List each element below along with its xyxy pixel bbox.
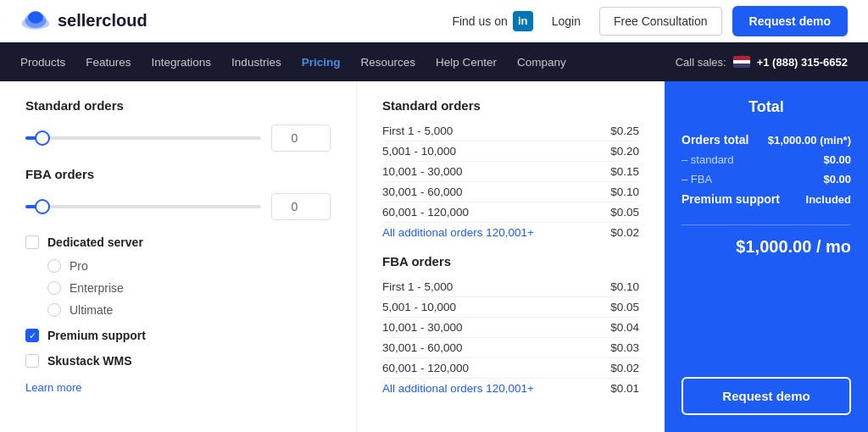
orders-total-row: Orders total $1,000.00 (min*) (682, 133, 851, 147)
standard-orders-group: Standard orders (25, 98, 331, 152)
skustack-wms-checkbox[interactable] (25, 354, 39, 368)
premium-support-row: Premium support (25, 329, 331, 342)
price-amount: $0.02 (610, 226, 639, 239)
nav-company[interactable]: Company (517, 56, 566, 69)
price-range: First 1 - 5,000 (382, 125, 453, 137)
standard-orders-input[interactable] (271, 125, 331, 152)
fba-orders-slider-row (25, 193, 331, 220)
price-amount: $0.05 (610, 301, 639, 313)
server-options: Pro Enterprise Ultimate (47, 259, 331, 317)
price-row: 60,001 - 120,000 $0.05 (382, 202, 639, 223)
premium-support-checkbox[interactable] (25, 329, 39, 342)
fba-total-value: $0.00 (823, 173, 851, 186)
nav-bar: Products Features Integrations Industrie… (0, 42, 868, 81)
nav-features[interactable]: Features (86, 56, 131, 69)
price-row: First 1 - 5,000 $0.10 (382, 277, 639, 297)
price-range-link-fba[interactable]: All additional orders 120,001+ (382, 382, 534, 395)
standard-total-row: – standard $0.00 (682, 153, 851, 166)
premium-support-total-row: Premium support Included (682, 192, 851, 206)
price-range-link[interactable]: All additional orders 120,001+ (382, 226, 534, 239)
find-us-label: Find us on (452, 14, 507, 28)
linkedin-icon[interactable]: in (513, 11, 533, 31)
orders-total-label: Orders total (682, 133, 748, 147)
skustack-wms-row: Skustack WMS (25, 354, 331, 368)
nav-links: Products Features Integrations Industrie… (20, 56, 566, 69)
price-row-additional-fba: All additional orders 120,001+ $0.01 (382, 379, 639, 398)
price-range: 30,001 - 60,000 (382, 341, 463, 354)
nav-resources[interactable]: Resources (360, 56, 415, 69)
radio-pro[interactable] (47, 259, 61, 273)
price-range: 60,001 - 120,000 (382, 206, 469, 219)
price-row: 60,001 - 120,000 $0.02 (382, 358, 639, 379)
grand-total: $1,000.00 / mo (682, 237, 851, 257)
logo-area: sellercloud (20, 9, 147, 33)
radio-enterprise[interactable] (47, 281, 61, 295)
price-range: 60,001 - 120,000 (382, 362, 469, 374)
request-demo-button[interactable]: Request demo (732, 6, 848, 36)
top-right-actions: Find us on in Login Free Consultation Re… (452, 6, 848, 36)
price-amount: $0.03 (610, 341, 639, 354)
price-range: First 1 - 5,000 (382, 280, 453, 293)
price-row-additional-standard: All additional orders 120,001+ $0.02 (382, 223, 639, 242)
dedicated-server-label: Dedicated server (47, 235, 143, 249)
fba-orders-input[interactable] (271, 193, 331, 220)
total-title: Total (682, 98, 851, 116)
radio-enterprise-row: Enterprise (47, 281, 331, 295)
price-amount: $0.25 (610, 125, 639, 137)
price-row: 30,001 - 60,000 $0.03 (382, 338, 639, 358)
logo-icon (20, 9, 51, 33)
main-content: Standard orders FBA orders (0, 81, 868, 432)
spacer (682, 262, 851, 377)
standard-total-label: – standard (682, 153, 733, 166)
login-button[interactable]: Login (543, 9, 589, 33)
price-amount: $0.02 (610, 362, 639, 374)
nav-products[interactable]: Products (20, 56, 65, 69)
standard-orders-slider-row (25, 125, 331, 152)
orders-total-value: $1,000.00 (min*) (768, 134, 851, 147)
slider-track-fba (25, 205, 261, 208)
premium-support-total-label: Premium support (682, 192, 780, 206)
right-panel: Total Orders total $1,000.00 (min*) – st… (665, 81, 868, 432)
divider (682, 224, 851, 225)
nav-pricing[interactable]: Pricing (302, 56, 341, 69)
standard-orders-pricing-title: Standard orders (382, 98, 639, 113)
fba-total-row: – FBA $0.00 (682, 173, 851, 186)
standard-orders-title: Standard orders (25, 98, 331, 113)
fba-orders-group: FBA orders (25, 167, 331, 220)
slider-thumb-fba (35, 199, 50, 214)
price-amount: $0.05 (610, 206, 639, 219)
nav-integrations[interactable]: Integrations (152, 56, 212, 69)
price-range: 10,001 - 30,000 (382, 321, 463, 334)
learn-more-link[interactable]: Learn more (25, 381, 81, 394)
nav-contact: Call sales: +1 (888) 315-6652 (676, 56, 848, 69)
price-range: 10,001 - 30,000 (382, 165, 463, 178)
price-amount: $0.01 (610, 382, 639, 395)
radio-ultimate-row: Ultimate (47, 303, 331, 317)
slider-track (25, 136, 261, 140)
price-row: 5,001 - 10,000 $0.20 (382, 141, 639, 162)
standard-total-value: $0.00 (823, 153, 851, 166)
price-row: 5,001 - 10,000 $0.05 (382, 297, 639, 318)
standard-orders-price-table: First 1 - 5,000 $0.25 5,001 - 10,000 $0.… (382, 121, 639, 242)
price-amount: $0.20 (610, 145, 639, 158)
left-panel: Standard orders FBA orders (0, 81, 356, 432)
radio-ultimate[interactable] (47, 303, 61, 317)
free-consultation-button[interactable]: Free Consultation (599, 7, 722, 36)
svg-point-2 (28, 11, 43, 23)
find-us-area: Find us on in (452, 11, 532, 31)
top-bar: sellercloud Find us on in Login Free Con… (0, 0, 868, 42)
call-sales-label: Call sales: (676, 56, 726, 69)
dedicated-server-checkbox[interactable] (25, 235, 39, 249)
radio-ultimate-label: Ultimate (70, 303, 113, 317)
price-amount: $0.10 (610, 186, 639, 198)
standard-orders-slider[interactable] (25, 130, 261, 147)
fba-orders-title: FBA orders (25, 167, 331, 181)
nav-help-center[interactable]: Help Center (436, 56, 497, 69)
fba-orders-pricing-title: FBA orders (382, 254, 639, 269)
logo-text: sellercloud (58, 11, 147, 30)
premium-support-label: Premium support (47, 329, 146, 342)
fba-orders-slider[interactable] (25, 198, 261, 215)
price-amount: $0.04 (610, 321, 639, 334)
right-panel-request-demo-button[interactable]: Request demo (682, 377, 851, 415)
nav-industries[interactable]: Industries (231, 56, 281, 69)
